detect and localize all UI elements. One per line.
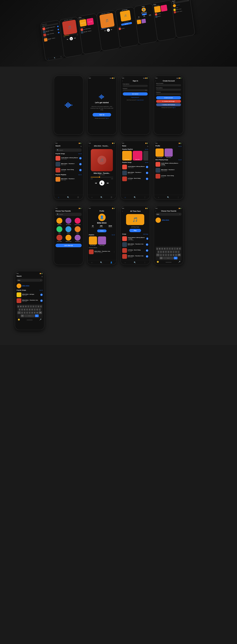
artist-drake[interactable]: Drake <box>74 226 82 234</box>
playlist-thumb-2[interactable]: Liked Songs <box>165 148 173 158</box>
search-billie-result[interactable]: Billie Eilish <box>17 283 43 289</box>
search-bar-1[interactable]: 🔍 Search <box>56 148 82 152</box>
play-btn-3[interactable]: ▶ <box>79 169 82 171</box>
key-j[interactable]: J <box>172 250 175 253</box>
key-y[interactable]: Y <box>169 248 171 250</box>
key-p[interactable]: P <box>179 248 181 250</box>
kb2-key-q[interactable]: Q <box>17 305 20 308</box>
kb2-key-p[interactable]: P <box>40 305 42 308</box>
kb2-key-c[interactable]: C <box>26 311 28 314</box>
menu-nav-1[interactable]: ☰ <box>77 196 79 198</box>
artist-post-malone[interactable]: Post Malone <box>74 235 82 242</box>
key-e[interactable]: E <box>161 248 163 250</box>
key-g[interactable]: G <box>167 250 170 253</box>
key-k[interactable]: K <box>175 250 177 253</box>
kb2-key-i[interactable]: I <box>35 305 37 308</box>
google-btn[interactable]: G Continue with Google <box>156 100 181 103</box>
key-w[interactable]: W <box>159 248 161 250</box>
key-c[interactable]: C <box>165 254 167 256</box>
facebook-btn[interactable]: f Continue with Facebook <box>156 103 181 106</box>
kb2-key-w[interactable]: W <box>20 305 22 308</box>
key-u[interactable]: U <box>171 248 173 250</box>
play-btn-2[interactable]: ▶ <box>79 163 82 165</box>
kb2-key-x[interactable]: X <box>24 311 26 314</box>
key-h[interactable]: H <box>170 250 172 253</box>
create-btn[interactable]: Create account <box>156 96 181 99</box>
menu-nav-2[interactable]: ☰ <box>111 196 112 198</box>
key-d[interactable]: D <box>162 250 165 253</box>
key-m[interactable]: M <box>175 254 177 256</box>
next-btn[interactable]: ⏭ <box>107 182 109 184</box>
key-x[interactable]: X <box>162 254 165 256</box>
emoji-btn[interactable]: 😊 <box>157 261 159 263</box>
kb2-key-d[interactable]: D <box>24 308 26 311</box>
kb2-key-e[interactable]: E <box>22 305 25 308</box>
artist-eminem[interactable]: Eminem <box>65 226 72 234</box>
prev-btn[interactable]: ⏮ <box>95 182 97 184</box>
kb2-key-j[interactable]: J <box>34 308 36 311</box>
key-shift[interactable]: ⇧ <box>156 254 159 256</box>
artist-billie-eilish[interactable]: Billie Eilish <box>56 218 63 225</box>
home-nav-2[interactable]: ⌂ <box>91 196 92 198</box>
artist-kanye[interactable]: Kanye West <box>56 235 63 242</box>
playlist-card-2[interactable]: Rock n Roll <box>133 151 142 160</box>
profile-playlist-2[interactable]: Liked Songs <box>98 236 106 246</box>
artist-adele[interactable]: Adele <box>56 226 63 234</box>
kb2-key-s[interactable]: S <box>21 308 23 311</box>
key-q[interactable]: Q <box>156 248 158 250</box>
forgot-password[interactable]: Forgot password? <box>123 97 148 98</box>
playlist-thumb-1[interactable]: All Time Favs <box>155 148 164 158</box>
key-123[interactable]: 123 <box>159 257 163 260</box>
key-z[interactable]: Z <box>160 254 162 256</box>
kb2-key-a[interactable]: A <box>19 308 21 311</box>
lets-start-btn[interactable]: Let's Start (3) <box>56 244 82 247</box>
choose-fav-kb-search[interactable]: Billie ✕ <box>155 213 182 216</box>
key-i[interactable]: I <box>174 248 176 250</box>
artist-weeknd[interactable]: The Weeknd <box>65 218 72 225</box>
home-nav-1[interactable]: ⌂ <box>58 196 59 198</box>
key-space[interactable]: space <box>163 257 173 260</box>
kb2-key-y[interactable]: Y <box>30 305 32 308</box>
kb2-key-shift[interactable]: ⇧ <box>18 311 21 314</box>
playlist-card-3[interactable] <box>143 151 148 160</box>
artist-selena[interactable]: Selena Gomez <box>65 235 72 242</box>
progress-bar[interactable] <box>91 177 113 177</box>
kb2-key-r[interactable]: R <box>25 305 27 308</box>
mic-btn-2[interactable]: 🎤 <box>39 318 42 321</box>
key-l[interactable]: L <box>177 250 180 253</box>
key-f[interactable]: F <box>165 250 167 253</box>
kb2-key-b[interactable]: B <box>31 311 33 314</box>
key-t[interactable]: T <box>166 248 168 250</box>
kb2-key-v[interactable]: V <box>29 311 31 314</box>
search-nav-2[interactable]: 🔍 <box>100 196 103 198</box>
artist-ariana[interactable]: Ariana Grande <box>74 218 82 225</box>
follow-btn[interactable]: Follow <box>97 230 107 232</box>
kb2-key-123[interactable]: 123 <box>21 314 24 317</box>
key-a[interactable]: A <box>157 250 159 253</box>
kb2-key-k[interactable]: K <box>36 308 38 311</box>
kb2-key-n[interactable]: N <box>34 311 36 314</box>
billie-result[interactable]: Billie Eilish <box>155 217 182 224</box>
kb2-key-z[interactable]: Z <box>21 311 23 314</box>
get-started-btn[interactable]: Get started <box>123 92 148 96</box>
play-playlist-btn[interactable]: Play <box>129 229 141 232</box>
kb2-key-f[interactable]: F <box>26 308 28 311</box>
see-all-1[interactable]: See All <box>78 153 82 154</box>
key-backspace[interactable]: ⌫ <box>177 254 181 256</box>
key-r[interactable]: R <box>164 248 166 250</box>
password-input[interactable]: 👁 <box>123 90 148 91</box>
kb2-key-g[interactable]: G <box>29 308 31 311</box>
kb2-key-go[interactable]: Go <box>35 314 39 317</box>
name-input[interactable] <box>156 84 181 86</box>
key-v[interactable]: V <box>167 254 170 256</box>
sign-up-button[interactable]: Sign Up <box>93 113 111 116</box>
key-go[interactable]: Go <box>174 257 177 260</box>
choose-fav-search[interactable]: 🔍 Search <box>56 213 82 216</box>
kb2-key-o[interactable]: O <box>37 305 40 308</box>
kb2-key-m[interactable]: M <box>36 311 38 314</box>
key-s[interactable]: S <box>160 250 162 253</box>
email-input[interactable] <box>123 85 148 87</box>
kb2-key-u[interactable]: U <box>32 305 35 308</box>
search-nav-1[interactable]: 🔍 <box>67 196 69 198</box>
key-n[interactable]: N <box>172 254 175 256</box>
